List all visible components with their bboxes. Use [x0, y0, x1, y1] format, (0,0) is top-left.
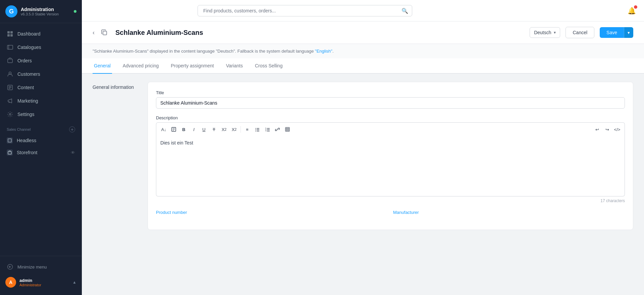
italic-button[interactable]: I [189, 125, 199, 134]
add-channel-button[interactable]: + [69, 126, 75, 132]
topbar-right: 🔔 [628, 7, 636, 15]
align-button[interactable]: ≡ [243, 125, 252, 134]
char-count: 17 characters [156, 196, 625, 203]
description-editor[interactable]: Dies ist ein Test [156, 136, 625, 196]
sidebar-item-label: Customers [17, 71, 40, 77]
minimize-icon [7, 263, 13, 270]
language-value: Deutsch [534, 30, 551, 35]
form-area: General information Title Description A↓ [82, 74, 644, 238]
tab-advanced-pricing[interactable]: Advanced pricing [121, 58, 160, 74]
app-logo: G [5, 5, 17, 17]
sidebar-footer: Minimize menu A admin Administrator ▲ [0, 256, 82, 295]
svg-point-15 [255, 129, 256, 130]
back-button[interactable]: ‹ [93, 29, 95, 36]
online-indicator [74, 10, 76, 13]
app-version: v6.3.5.0 Stable Version [21, 12, 59, 16]
bold-button[interactable]: B [179, 125, 189, 134]
format-button[interactable] [169, 125, 178, 134]
sidebar-item-catalogues[interactable]: Catalogues [0, 41, 82, 54]
tab-property-assignment[interactable]: Property assignment [169, 58, 215, 74]
sidebar-header: G Administration v6.3.5.0 Stable Version [0, 0, 82, 23]
redo-button[interactable]: ↪ [602, 125, 612, 134]
save-button-group: Save ▾ [600, 27, 633, 38]
copy-button[interactable] [101, 30, 107, 36]
sidebar-item-label: Catalogues [17, 45, 41, 50]
tab-cross-selling[interactable]: Cross Selling [254, 58, 284, 74]
search-input[interactable] [198, 5, 412, 16]
superscript-button[interactable]: X2 [219, 125, 229, 134]
editor-content: Dies ist ein Test [160, 140, 193, 145]
svg-point-8 [9, 114, 11, 115]
bullet-list-button[interactable] [253, 125, 262, 134]
svg-rect-3 [10, 34, 13, 37]
topbar: 🔍 🔔 [82, 0, 644, 21]
content-icon [7, 84, 13, 91]
font-size-button[interactable]: A↓ [159, 125, 168, 134]
form-card: Title Description A↓ B I U T [148, 82, 633, 230]
tab-variants[interactable]: Variants [225, 58, 244, 74]
sidebar-item-customers[interactable]: Customers [0, 67, 82, 81]
settings-icon [7, 111, 13, 118]
sidebar-item-marketing[interactable]: Marketing [0, 94, 82, 108]
save-dropdown-button[interactable]: ▾ [624, 27, 633, 38]
avatar: A [5, 277, 16, 288]
svg-rect-0 [7, 31, 10, 34]
user-info: admin Administrator [19, 278, 41, 287]
cancel-button[interactable]: Cancel [566, 27, 594, 38]
table-button[interactable] [283, 125, 292, 134]
sidebar-item-label: Marketing [17, 98, 38, 104]
page-title: Schlanke Aluminium-Scans [115, 29, 524, 37]
link-button[interactable] [273, 125, 282, 134]
manufacturer-label: Manufacturer [393, 210, 625, 215]
sidebar-item-orders[interactable]: Orders [0, 54, 82, 67]
title-field-group: Title [156, 90, 625, 109]
svg-rect-9 [8, 139, 11, 142]
title-input[interactable] [156, 97, 625, 109]
title-label: Title [156, 90, 625, 95]
sidebar-item-content[interactable]: Content [0, 81, 82, 94]
strikethrough-button[interactable]: T [209, 125, 219, 134]
eye-icon: 👁 [71, 150, 75, 155]
notifications-button[interactable]: 🔔 [628, 7, 636, 15]
headless-channel-icon [7, 137, 13, 143]
main-area: 🔍 🔔 ‹ Schlanke Aluminium-Scans Deutsch ▾ [82, 0, 644, 295]
notice-text: "Schlanke Aluminium-Scans" displayed in … [93, 49, 315, 54]
storefront-channel-icon [7, 150, 13, 156]
product-number-label: Product number [156, 210, 388, 215]
marketing-icon [7, 98, 13, 104]
svg-point-16 [255, 131, 256, 131]
user-role: Administrator [19, 283, 41, 287]
sales-channel-section: Sales Channel + [0, 121, 82, 134]
product-manufacturer-row: Product number Manufacturer [156, 210, 625, 222]
language-selector[interactable]: Deutsch ▾ [530, 27, 560, 38]
underline-button[interactable]: U [199, 125, 209, 134]
chevron-down-icon: ▾ [554, 30, 556, 35]
sidebar-item-dashboard[interactable]: Dashboard [0, 27, 82, 41]
chevron-up-icon: ▲ [72, 280, 76, 285]
ordered-list-button[interactable]: 1.2.3. [263, 125, 272, 134]
catalogues-icon [7, 44, 13, 51]
notice-bar: "Schlanke Aluminium-Scans" displayed in … [82, 44, 644, 58]
user-section[interactable]: A admin Administrator ▲ [0, 274, 82, 291]
english-language-link[interactable]: "English" [315, 49, 332, 54]
svg-text:3.: 3. [265, 130, 267, 132]
sidebar-item-label: Orders [17, 58, 32, 63]
headless-label: Headless [17, 138, 36, 143]
undo-button[interactable]: ↩ [592, 125, 602, 134]
minimize-menu-button[interactable]: Minimize menu [0, 260, 82, 274]
sidebar-item-headless[interactable]: Headless [0, 134, 82, 146]
save-button[interactable]: Save [600, 27, 624, 38]
description-label: Description [156, 115, 625, 120]
sidebar-item-label: Dashboard [17, 31, 41, 37]
notification-badge [634, 5, 637, 9]
sidebar-item-settings[interactable]: Settings [0, 108, 82, 121]
svg-rect-12 [103, 31, 107, 35]
user-name: admin [19, 278, 41, 283]
tab-general[interactable]: General [93, 58, 112, 74]
minimize-label: Minimize menu [17, 264, 47, 270]
orders-icon [7, 57, 13, 64]
tabs: General Advanced pricing Property assign… [82, 58, 644, 74]
code-button[interactable]: </> [612, 125, 622, 134]
sidebar-item-storefront[interactable]: Storefront 👁 [0, 146, 82, 159]
subscript-button[interactable]: X2 [229, 125, 239, 134]
